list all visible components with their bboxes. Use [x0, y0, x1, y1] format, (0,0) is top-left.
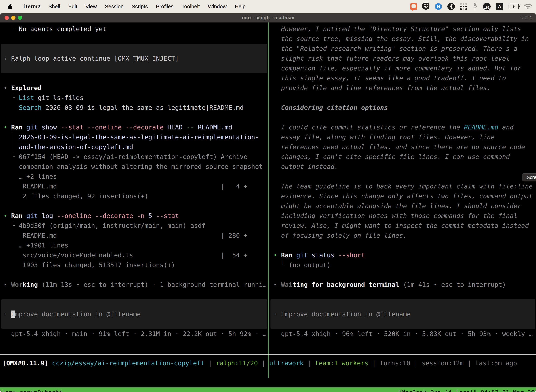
right-terminal-pane[interactable]: However, I noticed the "Directory Struct… — [269, 23, 536, 345]
thinking-text: changes, I can't cite specific file line… — [273, 152, 535, 162]
thinking-text: I could cite commit statistics or refere… — [273, 122, 535, 132]
menu-items: iTerm2ShellEditViewSessionScriptsProfile… — [19, 4, 249, 9]
prompt-input-line: › Improve documentation in @filename — [273, 309, 535, 319]
git-status-output: └ (no output) — [273, 260, 535, 270]
menu-item-iterm2[interactable]: iTerm2 — [19, 4, 44, 9]
waiting-status-line: • Waiting for background terminal (1m 41… — [273, 280, 535, 289]
ran-git-show-command: • Ran git show --stat --oneline --decora… — [4, 122, 268, 132]
tmux-session-label: [omx-cczip0:bash* — [1, 389, 62, 392]
model-status-line: gpt-5.4 xhigh · main · 91% left · 2.31M … — [4, 329, 268, 339]
menu-item-scripts[interactable]: Scripts — [128, 4, 152, 9]
menu-item-profiles[interactable]: Profiles — [152, 4, 177, 9]
thinking-text: review. Also, I might want to inspect th… — [273, 221, 535, 231]
explored-search-line: Search 2026-03-09-is-legal-the-same-as-l… — [4, 103, 268, 112]
thinking-text: references need actual files, and since … — [273, 142, 535, 152]
ralph-loop-input-line: › Ralph loop active continue [OMX_TMUX_I… — [4, 54, 268, 63]
menu-item-window[interactable]: Window — [204, 4, 231, 9]
thinking-heading: Considering citation options — [273, 103, 535, 112]
working-status-line: • Working (11m 13s • esc to interrupt) ·… — [4, 280, 268, 289]
thinking-text: output instead. — [273, 162, 535, 172]
thinking-text: including verification notes with those … — [273, 211, 535, 221]
tmux-host-clock-label: "MacBook-Pro-44.local" 04:52 31-Mar-26 — [398, 389, 535, 392]
thinking-text: the source tree, missing the essay. Stil… — [273, 34, 535, 44]
git-log-output: └ 4b9d30f (origin/main, instructkr/main,… — [4, 221, 268, 231]
status-separator-line — [0, 354, 536, 355]
menu-status-icons: N ..61 A — [410, 2, 536, 10]
menu-item-edit[interactable]: Edit — [64, 4, 81, 9]
percent-circle-icon[interactable]: ..61 — [483, 3, 491, 10]
menu-item-toolbelt[interactable]: Toolbelt — [178, 4, 204, 9]
thinking-text: essay file, along with finding root file… — [273, 132, 535, 142]
git-show-output: companion analysis without altering the … — [4, 162, 268, 172]
thinking-text: this single essay, it seems like a good … — [273, 73, 535, 83]
screen-tooltip-button[interactable]: Scre — [522, 173, 536, 182]
thinking-text: of focusing solely on file lines. — [273, 231, 535, 240]
thinking-text: provide file and line references from th… — [273, 83, 535, 93]
git-show-output: └ 067f154 (HEAD -> essay/ai-reimplementa… — [4, 152, 268, 162]
squiggle-icon[interactable] — [472, 2, 478, 10]
crescent-icon[interactable] — [447, 3, 455, 10]
git-log-output: src/voice/voiceModeEnabled.ts | 54 + — [4, 250, 268, 260]
git-show-output: … +2 lines — [4, 172, 268, 182]
menu-item-shell[interactable]: Shell — [44, 4, 64, 9]
thinking-text: the "Related research writing" section i… — [273, 44, 535, 54]
omx-status-line: [OMX#0.11.9] cczip/essay/ai-reimplementa… — [2, 358, 536, 368]
model-status-line: gpt-5.4 xhigh · 96% left · 520K in · 5.8… — [273, 329, 535, 339]
thinking-text: companion file, especially if more comme… — [273, 63, 535, 73]
tab-shortcut-label: ⌥⌘1 — [520, 15, 532, 21]
ran-git-status-command: • Ran git status --short — [273, 250, 535, 260]
apple-menu-icon[interactable] — [8, 4, 12, 9]
explored-list-line: └ List git ls-files — [4, 93, 268, 103]
a-app-icon[interactable]: A — [496, 3, 503, 10]
menu-item-session[interactable]: Session — [101, 4, 128, 9]
blue-bolt-icon[interactable]: N — [435, 3, 442, 10]
chat-app-icon[interactable] — [410, 3, 417, 10]
explored-header: • Explored — [4, 83, 268, 93]
screen-tooltip-label: Scre — [527, 175, 536, 180]
battery-icon[interactable] — [509, 4, 519, 9]
git-show-output: README.md | 4 + — [4, 182, 268, 191]
thinking-text: might be acceptable alongside the file l… — [273, 201, 535, 211]
menu-item-help[interactable]: Help — [231, 4, 250, 9]
window-title: omx --xhigh --madmax — [0, 15, 536, 21]
menu-item-view[interactable]: View — [81, 4, 101, 9]
menu-bar: iTerm2ShellEditViewSessionScriptsProfile… — [0, 0, 536, 13]
left-terminal-pane[interactable]: └ No agents completed yet› Ralph loop ac… — [0, 23, 268, 345]
git-log-output: README.md | 280 + — [4, 231, 268, 240]
shield-keys-icon[interactable] — [422, 3, 429, 10]
dots-grid-icon[interactable] — [460, 3, 467, 10]
pane-divider[interactable] — [268, 23, 269, 378]
tmux-status-bar: [omx-cczip0:bash* "MacBook-Pro-44.local"… — [0, 387, 536, 392]
git-show-output: 2 files changed, 92 insertions(+) — [4, 191, 268, 201]
terminal-area[interactable]: └ No agents completed yet› Ralph loop ac… — [0, 23, 536, 392]
command-arg-wrap: 2026-03-09-is-legal-the-same-as-legitima… — [4, 132, 268, 142]
agents-status-line: └ No agents completed yet — [4, 24, 268, 34]
thinking-text: slight risk that future readers may over… — [273, 54, 535, 63]
thinking-text: evidence. Since this change only affects… — [273, 191, 535, 201]
thinking-text: However, I noticed the "Directory Struct… — [273, 24, 535, 34]
prompt-input-line: › Improve documentation in @filename — [4, 309, 268, 319]
command-arg-wrap: and-the-erosion-of-copyleft.md — [4, 142, 268, 152]
ran-git-log-command: • Ran git log --oneline --decorate -n 5 … — [4, 211, 268, 221]
git-log-output: … +1901 lines — [4, 240, 268, 250]
wifi-icon[interactable] — [524, 4, 532, 9]
git-log-output: 1903 files changed, 513517 insertions(+) — [4, 260, 268, 270]
window-title-bar[interactable]: omx --xhigh --madmax ⌥⌘1 — [0, 13, 536, 23]
thinking-text: The team guideline is to back every impo… — [273, 182, 535, 191]
iterm-window: omx --xhigh --madmax ⌥⌘1 └ No agents com… — [0, 13, 536, 392]
